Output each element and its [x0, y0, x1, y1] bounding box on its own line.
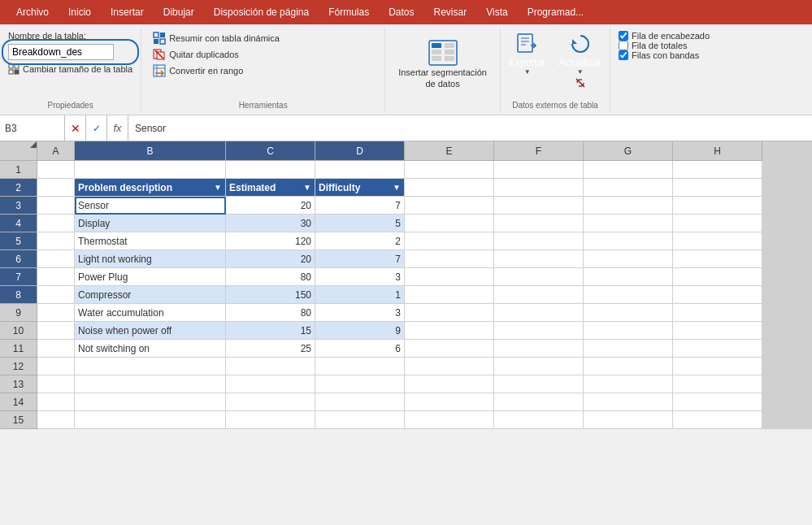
tab-formulas[interactable]: Fórmulas	[319, 0, 379, 24]
cell-h11[interactable]	[673, 340, 762, 358]
cell-h12[interactable]	[673, 358, 762, 375]
cell-a15[interactable]	[37, 411, 75, 429]
cell-h10[interactable]	[673, 322, 762, 340]
tab-archivo[interactable]: Archivo	[7, 0, 59, 24]
col-header-c[interactable]: C	[226, 141, 315, 161]
cell-c3[interactable]: 20	[226, 197, 315, 215]
fila-encabezado-checkbox-row[interactable]: Fila de encabezado	[619, 31, 710, 41]
cell-d5[interactable]: 2	[315, 232, 405, 250]
cell-a13[interactable]	[37, 375, 75, 393]
filas-bandas-checkbox[interactable]	[619, 50, 628, 60]
row-header-15[interactable]: 15	[0, 411, 37, 429]
row-header-12[interactable]: 12	[0, 358, 37, 375]
col-header-f[interactable]: F	[494, 141, 584, 161]
cell-h7[interactable]	[673, 268, 762, 286]
cell-c7[interactable]: 80	[226, 268, 315, 286]
cell-b13[interactable]	[75, 375, 226, 393]
cell-e9[interactable]	[405, 304, 494, 322]
cell-g3[interactable]	[584, 197, 673, 215]
cell-d14[interactable]	[315, 393, 405, 411]
cell-d7[interactable]: 3	[315, 268, 405, 286]
cell-h6[interactable]	[673, 250, 762, 268]
cell-f5[interactable]	[494, 232, 584, 250]
col-header-h[interactable]: H	[673, 141, 762, 161]
cell-b4[interactable]: Display	[75, 215, 226, 232]
cell-g11[interactable]	[584, 340, 673, 358]
cell-a9[interactable]	[37, 304, 75, 322]
cell-c5[interactable]: 120	[226, 232, 315, 250]
cell-g8[interactable]	[584, 286, 673, 304]
filas-bandas-checkbox-row[interactable]: Filas con bandas	[619, 50, 710, 60]
cell-d2[interactable]: Difficulty ▼	[315, 179, 405, 197]
cell-h1[interactable]	[673, 161, 762, 179]
row-header-8[interactable]: 8	[0, 286, 37, 304]
problem-desc-dropdown[interactable]: ▼	[214, 183, 222, 192]
formula-input[interactable]: Sensor	[128, 123, 812, 134]
tab-programad[interactable]: Programad...	[518, 0, 593, 24]
cell-e7[interactable]	[405, 268, 494, 286]
convertir-rango-btn[interactable]: Convertir en rango	[150, 63, 283, 78]
tab-dibujar[interactable]: Dibujar	[154, 0, 204, 24]
cell-f2[interactable]	[494, 179, 584, 197]
cell-b1[interactable]	[75, 161, 226, 179]
cell-b14[interactable]	[75, 393, 226, 411]
cell-c1[interactable]	[226, 161, 315, 179]
cell-a7[interactable]	[37, 268, 75, 286]
cell-f7[interactable]	[494, 268, 584, 286]
cell-c12[interactable]	[226, 358, 315, 375]
tab-disposicion[interactable]: Disposición de página	[204, 0, 319, 24]
cell-c15[interactable]	[226, 411, 315, 429]
cell-e1[interactable]	[405, 161, 494, 179]
cell-a5[interactable]	[37, 232, 75, 250]
cell-b2[interactable]: Problem description ▼	[75, 179, 226, 197]
actualizar-btn[interactable]: Actualizar ▼	[558, 31, 601, 76]
cell-d1[interactable]	[315, 161, 405, 179]
cell-c14[interactable]	[226, 393, 315, 411]
col-header-b[interactable]: B	[75, 141, 226, 161]
cell-g14[interactable]	[584, 393, 673, 411]
difficulty-dropdown[interactable]: ▼	[393, 183, 401, 192]
cell-b5[interactable]: Thermostat	[75, 232, 226, 250]
cell-c11[interactable]: 25	[226, 340, 315, 358]
cell-e12[interactable]	[405, 358, 494, 375]
col-header-g[interactable]: G	[584, 141, 673, 161]
row-header-4[interactable]: 4	[0, 215, 37, 232]
cell-e6[interactable]	[405, 250, 494, 268]
cancel-formula-button[interactable]: ✕	[65, 115, 86, 141]
cell-h15[interactable]	[673, 411, 762, 429]
cell-b12[interactable]	[75, 358, 226, 375]
cell-h9[interactable]	[673, 304, 762, 322]
cell-a2[interactable]	[37, 179, 75, 197]
cell-h4[interactable]	[673, 215, 762, 232]
cell-f14[interactable]	[494, 393, 584, 411]
tab-insertar[interactable]: Insertar	[101, 0, 154, 24]
cell-g10[interactable]	[584, 322, 673, 340]
cell-c8[interactable]: 150	[226, 286, 315, 304]
cell-a3[interactable]	[37, 197, 75, 215]
cell-b3[interactable]: Sensor	[75, 197, 226, 215]
cell-g2[interactable]	[584, 179, 673, 197]
cell-e2[interactable]	[405, 179, 494, 197]
tab-datos[interactable]: Datos	[379, 0, 423, 24]
cell-b9[interactable]: Water accumulation	[75, 304, 226, 322]
cell-a4[interactable]	[37, 215, 75, 232]
cell-b15[interactable]	[75, 411, 226, 429]
estimated-dropdown[interactable]: ▼	[303, 183, 311, 192]
cell-e13[interactable]	[405, 375, 494, 393]
tab-inicio[interactable]: Inicio	[59, 0, 101, 24]
cell-f6[interactable]	[494, 250, 584, 268]
cell-c10[interactable]: 15	[226, 322, 315, 340]
cell-f4[interactable]	[494, 215, 584, 232]
cell-a6[interactable]	[37, 250, 75, 268]
cell-d6[interactable]: 7	[315, 250, 405, 268]
cell-b11[interactable]: Not switching on	[75, 340, 226, 358]
cell-b7[interactable]: Power Plug	[75, 268, 226, 286]
cell-g13[interactable]	[584, 375, 673, 393]
unlink-btn[interactable]	[575, 77, 586, 89]
cell-g5[interactable]	[584, 232, 673, 250]
cell-h3[interactable]	[673, 197, 762, 215]
cell-a1[interactable]	[37, 161, 75, 179]
cell-g6[interactable]	[584, 250, 673, 268]
cell-e11[interactable]	[405, 340, 494, 358]
row-header-14[interactable]: 14	[0, 393, 37, 411]
